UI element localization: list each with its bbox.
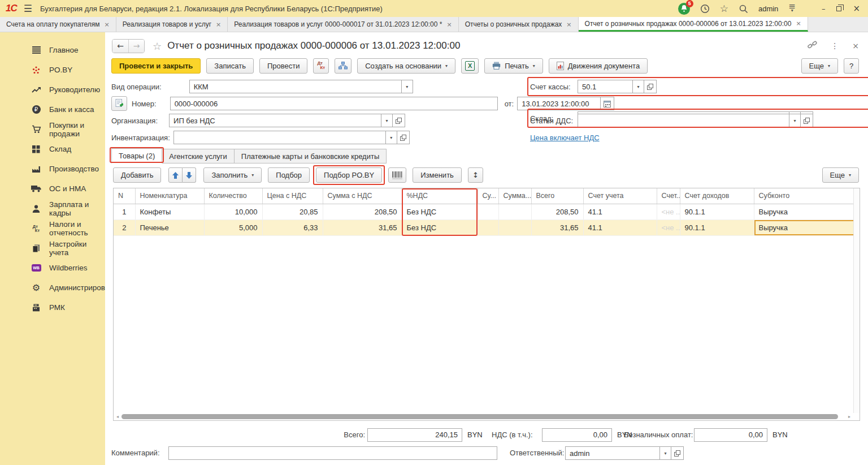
comment-field[interactable] <box>168 446 497 460</box>
post-button[interactable]: Провести <box>259 58 308 74</box>
tab-sales-doc[interactable]: Реализация товаров и услуг 0000-000017 о… <box>228 17 458 32</box>
responsible-combo[interactable]: admin ▾ <box>565 446 671 460</box>
open-organization-button[interactable] <box>393 114 405 127</box>
tab-retail-reports-list[interactable]: Отчеты о розничных продажах× <box>459 17 579 32</box>
sidebar-item-rmk[interactable]: РМК <box>0 298 105 317</box>
col-price[interactable]: Цена с НДС <box>262 188 323 204</box>
barcode-scan-button[interactable] <box>388 167 406 183</box>
sidebar-item-poby[interactable]: PO.BY <box>0 60 105 80</box>
inventory-combo[interactable]: ▾ <box>173 131 397 144</box>
sidebar-item-warehouse[interactable]: Склад <box>0 139 105 159</box>
sidebar-item-main[interactable]: Главное <box>0 40 105 60</box>
sidebar-item-purchases-sales[interactable]: Покупки и продажи <box>0 119 105 139</box>
grid-row-2[interactable]: 2 Печенье 5,000 6,33 31,65 Без НДС 31,65… <box>114 219 854 235</box>
col-sum[interactable]: Сумма с НДС <box>323 188 402 204</box>
sidebar-item-production[interactable]: Производство <box>0 159 105 179</box>
search-icon[interactable] <box>739 4 748 14</box>
back-button[interactable]: ← <box>112 40 128 53</box>
current-user[interactable]: admin <box>758 5 778 13</box>
tab-sales-list[interactable]: Реализация товаров и услуг× <box>116 17 228 32</box>
form-close-icon[interactable]: × <box>852 41 859 50</box>
organization-combo[interactable]: ИП без НДС ▾ <box>169 114 393 127</box>
favorites-star-icon[interactable]: ☆ <box>720 3 728 14</box>
operation-type-combo[interactable]: ККМ ▾ <box>189 80 413 93</box>
set-number-button[interactable] <box>111 96 127 111</box>
history-icon[interactable] <box>700 4 710 14</box>
help-button[interactable]: ? <box>844 58 859 74</box>
col-schet[interactable]: Счет... <box>657 188 680 204</box>
tab-close-icon[interactable]: × <box>216 21 221 28</box>
document-movements-button[interactable]: Движения документа <box>549 58 648 74</box>
col-nomenclature[interactable]: Номенклатура <box>135 188 204 204</box>
combo-caret-icon[interactable]: ▾ <box>401 80 413 93</box>
sidebar-item-administration[interactable]: ⚙ Администрирование <box>0 278 105 298</box>
more-button[interactable]: Еще▾ <box>801 58 838 74</box>
col-subconto[interactable]: Субконто <box>754 188 854 204</box>
items-more-button[interactable]: Еще▾ <box>822 167 859 183</box>
save-button[interactable]: Записать <box>206 58 254 74</box>
create-based-on-button[interactable]: Создать на основании▾ <box>357 58 455 74</box>
tab-close-icon[interactable]: × <box>796 20 801 27</box>
sidebar-item-wildberries[interactable]: WB Wildberries <box>0 258 105 278</box>
pick-button[interactable]: Подбор <box>268 167 310 183</box>
tab-goods[interactable]: Товары (2) <box>111 148 162 163</box>
add-row-button[interactable]: Добавить <box>113 167 161 183</box>
open-cash-account-button[interactable] <box>644 80 657 93</box>
tab-invoices[interactable]: Счета на оплату покупателям× <box>0 17 116 32</box>
main-menu-icon[interactable]: ☰ <box>24 3 32 14</box>
vertical-scrollbar[interactable] <box>853 188 860 413</box>
window-close-icon[interactable]: × <box>853 3 860 14</box>
open-inventory-button[interactable] <box>397 131 410 144</box>
price-includes-vat-link[interactable]: Цена включает НДС <box>530 134 600 142</box>
cash-account-combo[interactable]: 50.1 ▾ <box>578 80 644 93</box>
tab-payment-cards[interactable]: Платежные карты и банковские кредиты <box>235 149 387 163</box>
col-vat-rate[interactable]: %НДС <box>402 188 478 204</box>
combo-caret-icon[interactable]: ▾ <box>632 80 644 93</box>
col-quantity[interactable]: Количество <box>204 188 262 204</box>
restore-icon[interactable] <box>836 6 841 11</box>
pick-poby-button[interactable]: Подбор PO.BY <box>316 167 382 183</box>
notifications-bell-icon[interactable]: 5 <box>678 3 690 15</box>
dds-combo[interactable]: ▾ <box>578 114 801 127</box>
scrollbar-thumb[interactable] <box>121 414 838 419</box>
selected-cell[interactable]: Выручка <box>754 219 854 235</box>
get-link-icon[interactable] <box>808 41 817 51</box>
post-and-close-button[interactable]: Провести и закрыть <box>111 58 201 74</box>
forward-button[interactable]: → <box>128 40 144 53</box>
sidebar-item-bank-cash[interactable]: ₽ Банк и касса <box>0 100 105 119</box>
combo-caret-icon[interactable]: ▾ <box>789 114 800 127</box>
excel-export-button[interactable]: X <box>461 58 479 74</box>
edit-row-button[interactable]: Изменить <box>413 167 462 183</box>
fill-button[interactable]: Заполнить▾ <box>203 167 262 183</box>
tab-close-icon[interactable]: × <box>446 21 452 28</box>
tab-close-icon[interactable]: × <box>566 21 571 28</box>
horizontal-scrollbar[interactable]: ◂ ▸ <box>115 414 852 420</box>
combo-caret-icon[interactable]: ▾ <box>659 447 671 459</box>
sidebar-item-salary-hr[interactable]: Зарплата и кадры <box>0 199 105 218</box>
print-button[interactable]: Печать▾ <box>484 58 543 74</box>
tab-close-icon[interactable]: × <box>104 21 109 28</box>
open-responsible-button[interactable] <box>671 446 684 460</box>
col-n[interactable]: N <box>114 188 135 204</box>
scroll-left-icon[interactable]: ◂ <box>115 414 120 419</box>
combo-caret-icon[interactable]: ▾ <box>385 131 397 144</box>
service-menu-icon[interactable]: ≡▾ <box>788 5 796 12</box>
minimize-icon[interactable]: – <box>822 5 826 13</box>
date-field[interactable]: 13.01.2023 12:00:00 <box>517 97 614 110</box>
more-menu-kebab-icon[interactable]: ⋮ <box>831 41 839 50</box>
tab-retail-report-doc[interactable]: Отчет о розничных продажах 0000-000006 о… <box>579 17 808 32</box>
col-su[interactable]: Су... <box>478 188 498 204</box>
sidebar-item-os-nma[interactable]: ОС и НМА <box>0 179 105 199</box>
structure-button[interactable] <box>335 58 351 74</box>
col-account[interactable]: Счет учета <box>583 188 657 204</box>
scroll-right-icon[interactable]: ▸ <box>847 414 852 419</box>
move-up-button[interactable] <box>168 167 183 183</box>
combo-caret-icon[interactable]: ▾ <box>381 114 392 127</box>
fit-rows-button[interactable]: ↕ <box>468 167 483 183</box>
move-down-button[interactable] <box>183 167 196 183</box>
sidebar-item-accounting-settings[interactable]: Настройки учета <box>0 238 105 258</box>
calendar-icon[interactable] <box>600 97 614 110</box>
grid-row-1[interactable]: 1 Конфеты 10,000 20,85 208,50 Без НДС 20… <box>114 204 854 219</box>
col-income-account[interactable]: Счет доходов <box>680 188 754 204</box>
dt-kt-button[interactable]: ДтКт <box>313 58 329 74</box>
